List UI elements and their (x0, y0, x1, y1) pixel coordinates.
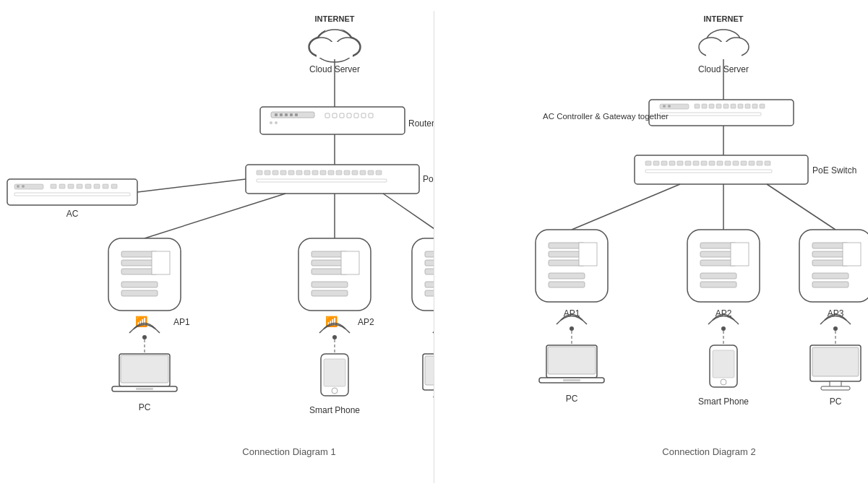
svg-rect-122 (741, 161, 747, 165)
smartphone-1: Smart Phone (309, 354, 360, 415)
svg-rect-7 (317, 42, 353, 58)
pc1-1: PC (112, 354, 177, 412)
svg-rect-68 (311, 290, 348, 296)
svg-rect-147 (812, 282, 848, 287)
svg-rect-51 (94, 184, 100, 188)
svg-rect-101 (716, 104, 721, 108)
ac-switch-line-1 (137, 179, 246, 192)
pc1-label-1: PC (139, 402, 151, 412)
diagrams-container: INTERNET Cloud Server (0, 0, 868, 494)
svg-point-76 (142, 335, 147, 339)
svg-rect-34 (328, 170, 334, 175)
svg-rect-61 (121, 290, 158, 296)
ap1-label-1: AP1 (173, 317, 190, 327)
svg-rect-139 (700, 273, 736, 279)
svg-rect-12 (285, 113, 288, 116)
svg-rect-152 (548, 347, 596, 374)
svg-rect-146 (812, 273, 848, 279)
ap1-2: AP1 (536, 230, 608, 318)
svg-rect-52 (103, 184, 108, 188)
svg-point-150 (833, 326, 838, 331)
internet-label-2: INTERNET (704, 14, 744, 23)
pc1-2: PC (539, 345, 604, 404)
pc2-1: PC (423, 354, 434, 415)
svg-rect-10 (275, 113, 278, 116)
svg-rect-140 (700, 282, 736, 287)
ap3-2: AP3 (799, 230, 868, 318)
switch2-ap3-line (767, 184, 835, 230)
svg-rect-118 (709, 161, 715, 165)
svg-rect-99 (702, 104, 707, 108)
svg-rect-115 (685, 161, 691, 165)
svg-rect-60 (121, 282, 158, 287)
svg-point-149 (721, 326, 726, 331)
router-label-1: Router (408, 118, 434, 129)
svg-rect-98 (695, 104, 700, 108)
svg-rect-119 (717, 161, 723, 165)
diagram1: INTERNET Cloud Server (0, 0, 434, 494)
svg-rect-112 (661, 161, 667, 165)
svg-rect-120 (725, 161, 731, 165)
switch-ap1-line-1 (145, 194, 285, 238)
ac-controller-2: AC Controller & Gateway together (543, 100, 794, 126)
svg-point-96 (663, 105, 666, 108)
svg-rect-113 (669, 161, 675, 165)
poe-switch-label-2: PoE Switch (812, 165, 856, 176)
switch2-ap1-line (572, 184, 680, 230)
ac-switch-1: AC (7, 179, 137, 219)
svg-rect-93 (706, 42, 742, 58)
svg-rect-124 (757, 161, 762, 165)
svg-rect-106 (752, 104, 757, 108)
ap1-1: 📶 AP1 (108, 238, 190, 328)
svg-rect-72 (425, 269, 434, 274)
router-1: Router (260, 107, 434, 134)
svg-rect-67 (311, 282, 348, 287)
svg-rect-49 (77, 184, 82, 188)
ac-label-1: AC (66, 209, 79, 219)
svg-rect-107 (760, 104, 765, 108)
svg-point-148 (570, 326, 574, 331)
svg-rect-37 (352, 170, 358, 175)
switch-ap3-line-1 (383, 194, 434, 238)
svg-rect-103 (731, 104, 736, 108)
internet-label-1: INTERNET (315, 14, 355, 23)
svg-rect-28 (280, 170, 286, 175)
svg-rect-13 (290, 113, 293, 116)
svg-rect-38 (360, 170, 366, 175)
svg-rect-104 (738, 104, 743, 108)
poe-switch-1: PoE Switch (246, 165, 434, 194)
smartphone-label-2: Smart Phone (698, 396, 749, 407)
svg-rect-32 (312, 170, 318, 175)
svg-rect-87 (425, 356, 434, 385)
svg-rect-156 (713, 350, 734, 378)
svg-rect-121 (733, 161, 739, 165)
svg-rect-131 (579, 243, 597, 266)
svg-rect-8 (260, 107, 405, 134)
poe-switch-2: PoE Switch (635, 155, 856, 184)
svg-rect-102 (723, 104, 729, 108)
svg-rect-25 (257, 170, 262, 175)
svg-rect-105 (745, 104, 750, 108)
svg-rect-46 (51, 184, 56, 188)
ap3-signal-1 (433, 324, 434, 340)
svg-rect-84 (324, 359, 345, 386)
pc1-label-2: PC (566, 394, 578, 404)
svg-point-23 (275, 121, 278, 124)
svg-rect-145 (843, 243, 861, 266)
svg-rect-74 (425, 282, 434, 287)
ap2-1: 📶 AP2 (298, 238, 374, 328)
ac-gateway-label-2: AC Controller & Gateway together (543, 112, 669, 121)
svg-rect-31 (304, 170, 310, 175)
svg-point-97 (668, 105, 671, 108)
svg-rect-11 (280, 113, 283, 116)
smartphone-2: Smart Phone (698, 345, 749, 407)
svg-rect-82 (136, 388, 153, 390)
pc2-label-2: PC (830, 396, 842, 407)
svg-rect-39 (368, 170, 374, 175)
svg-rect-27 (272, 170, 278, 175)
svg-rect-66 (341, 251, 359, 274)
svg-point-44 (17, 185, 20, 188)
svg-rect-47 (59, 184, 65, 188)
svg-rect-42 (7, 179, 137, 205)
svg-rect-138 (731, 243, 749, 266)
